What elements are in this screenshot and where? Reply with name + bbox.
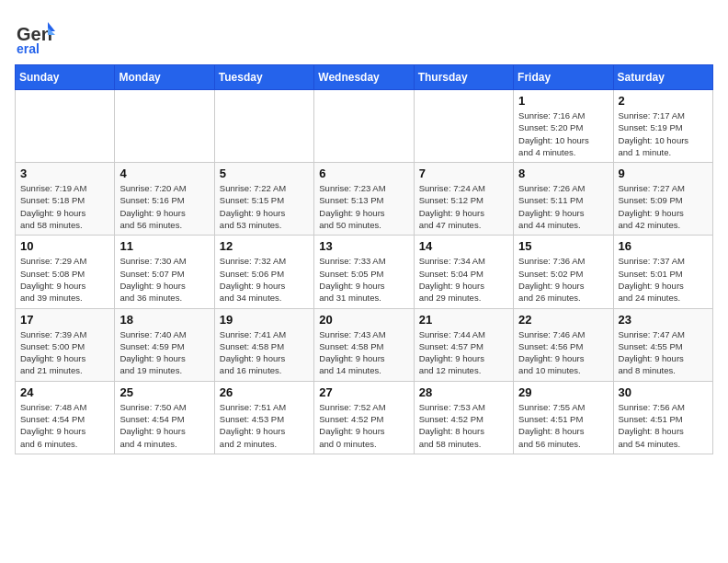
day-info: Sunrise: 7:32 AM Sunset: 5:06 PM Dayligh… bbox=[220, 255, 309, 304]
day-number: 2 bbox=[619, 94, 708, 108]
day-info: Sunrise: 7:26 AM Sunset: 5:11 PM Dayligh… bbox=[518, 182, 608, 231]
calendar-cell: 7Sunrise: 7:24 AM Sunset: 5:12 PM Daylig… bbox=[414, 163, 513, 236]
day-of-week-header: Wednesday bbox=[314, 65, 414, 90]
calendar-table: SundayMondayTuesdayWednesdayThursdayFrid… bbox=[15, 64, 713, 454]
day-info: Sunrise: 7:53 AM Sunset: 4:52 PM Dayligh… bbox=[419, 401, 508, 450]
calendar-cell: 2Sunrise: 7:17 AM Sunset: 5:19 PM Daylig… bbox=[613, 90, 712, 163]
day-number: 22 bbox=[518, 313, 608, 327]
day-number: 25 bbox=[119, 385, 209, 399]
day-number: 9 bbox=[619, 167, 708, 180]
calendar-cell: 19Sunrise: 7:41 AM Sunset: 4:58 PM Dayli… bbox=[214, 308, 313, 381]
calendar-cell: 16Sunrise: 7:37 AM Sunset: 5:01 PM Dayli… bbox=[613, 236, 712, 308]
calendar-cell bbox=[115, 90, 214, 163]
day-number: 24 bbox=[20, 385, 109, 399]
calendar-cell: 5Sunrise: 7:22 AM Sunset: 5:15 PM Daylig… bbox=[214, 163, 313, 236]
day-of-week-header: Monday bbox=[115, 65, 214, 90]
day-info: Sunrise: 7:37 AM Sunset: 5:01 PM Dayligh… bbox=[619, 255, 708, 304]
day-info: Sunrise: 7:44 AM Sunset: 4:57 PM Dayligh… bbox=[419, 328, 508, 377]
calendar-week-row: 17Sunrise: 7:39 AM Sunset: 5:00 PM Dayli… bbox=[16, 308, 713, 381]
day-number: 5 bbox=[220, 167, 309, 180]
day-number: 15 bbox=[518, 239, 608, 253]
day-of-week-header: Saturday bbox=[613, 65, 712, 90]
calendar-cell: 15Sunrise: 7:36 AM Sunset: 5:02 PM Dayli… bbox=[514, 236, 613, 308]
day-info: Sunrise: 7:50 AM Sunset: 4:54 PM Dayligh… bbox=[119, 401, 209, 450]
day-number: 29 bbox=[518, 385, 608, 399]
calendar-cell: 30Sunrise: 7:56 AM Sunset: 4:51 PM Dayli… bbox=[613, 381, 712, 454]
calendar-cell: 8Sunrise: 7:26 AM Sunset: 5:11 PM Daylig… bbox=[514, 163, 613, 236]
day-number: 23 bbox=[619, 313, 708, 327]
svg-text:eral: eral bbox=[17, 41, 40, 55]
day-info: Sunrise: 7:39 AM Sunset: 5:00 PM Dayligh… bbox=[20, 328, 109, 377]
day-info: Sunrise: 7:43 AM Sunset: 4:58 PM Dayligh… bbox=[319, 328, 408, 377]
calendar-cell: 27Sunrise: 7:52 AM Sunset: 4:52 PM Dayli… bbox=[314, 381, 414, 454]
day-number: 20 bbox=[319, 313, 408, 327]
day-info: Sunrise: 7:48 AM Sunset: 4:54 PM Dayligh… bbox=[20, 401, 109, 450]
day-info: Sunrise: 7:16 AM Sunset: 5:20 PM Dayligh… bbox=[518, 109, 608, 158]
day-info: Sunrise: 7:22 AM Sunset: 5:15 PM Dayligh… bbox=[220, 182, 309, 231]
calendar-cell: 9Sunrise: 7:27 AM Sunset: 5:09 PM Daylig… bbox=[613, 163, 712, 236]
day-info: Sunrise: 7:52 AM Sunset: 4:52 PM Dayligh… bbox=[319, 401, 408, 450]
day-of-week-header: Friday bbox=[514, 65, 613, 90]
day-number: 13 bbox=[319, 239, 408, 253]
day-info: Sunrise: 7:36 AM Sunset: 5:02 PM Dayligh… bbox=[518, 255, 608, 304]
calendar-cell: 28Sunrise: 7:53 AM Sunset: 4:52 PM Dayli… bbox=[414, 381, 513, 454]
day-info: Sunrise: 7:46 AM Sunset: 4:56 PM Dayligh… bbox=[518, 328, 608, 377]
day-info: Sunrise: 7:40 AM Sunset: 4:59 PM Dayligh… bbox=[119, 328, 209, 377]
day-info: Sunrise: 7:27 AM Sunset: 5:09 PM Dayligh… bbox=[619, 182, 708, 231]
day-number: 19 bbox=[220, 313, 309, 327]
calendar-week-row: 3Sunrise: 7:19 AM Sunset: 5:18 PM Daylig… bbox=[16, 163, 713, 236]
day-of-week-header: Thursday bbox=[414, 65, 513, 90]
calendar-cell: 13Sunrise: 7:33 AM Sunset: 5:05 PM Dayli… bbox=[314, 236, 414, 308]
day-number: 11 bbox=[119, 239, 209, 253]
day-of-week-header: Tuesday bbox=[214, 65, 313, 90]
day-info: Sunrise: 7:19 AM Sunset: 5:18 PM Dayligh… bbox=[20, 182, 109, 231]
calendar-cell: 4Sunrise: 7:20 AM Sunset: 5:16 PM Daylig… bbox=[115, 163, 214, 236]
calendar-cell: 10Sunrise: 7:29 AM Sunset: 5:08 PM Dayli… bbox=[16, 236, 115, 308]
day-number: 10 bbox=[20, 239, 109, 253]
day-info: Sunrise: 7:55 AM Sunset: 4:51 PM Dayligh… bbox=[518, 401, 608, 450]
day-number: 7 bbox=[419, 167, 508, 180]
day-number: 3 bbox=[20, 167, 109, 180]
day-number: 30 bbox=[619, 385, 708, 399]
day-info: Sunrise: 7:17 AM Sunset: 5:19 PM Dayligh… bbox=[619, 109, 708, 158]
calendar-cell: 22Sunrise: 7:46 AM Sunset: 4:56 PM Dayli… bbox=[514, 308, 613, 381]
day-info: Sunrise: 7:20 AM Sunset: 5:16 PM Dayligh… bbox=[119, 182, 209, 231]
calendar-cell: 14Sunrise: 7:34 AM Sunset: 5:04 PM Dayli… bbox=[414, 236, 513, 308]
calendar-week-row: 10Sunrise: 7:29 AM Sunset: 5:08 PM Dayli… bbox=[16, 236, 713, 308]
calendar-cell: 21Sunrise: 7:44 AM Sunset: 4:57 PM Dayli… bbox=[414, 308, 513, 381]
calendar-cell: 29Sunrise: 7:55 AM Sunset: 4:51 PM Dayli… bbox=[514, 381, 613, 454]
day-info: Sunrise: 7:24 AM Sunset: 5:12 PM Dayligh… bbox=[419, 182, 508, 231]
calendar-cell: 26Sunrise: 7:51 AM Sunset: 4:53 PM Dayli… bbox=[214, 381, 313, 454]
calendar-cell: 11Sunrise: 7:30 AM Sunset: 5:07 PM Dayli… bbox=[115, 236, 214, 308]
day-number: 21 bbox=[419, 313, 508, 327]
day-number: 14 bbox=[419, 239, 508, 253]
day-info: Sunrise: 7:33 AM Sunset: 5:05 PM Dayligh… bbox=[319, 255, 408, 304]
logo-icon: Gen eral bbox=[15, 15, 55, 55]
day-info: Sunrise: 7:23 AM Sunset: 5:13 PM Dayligh… bbox=[319, 182, 408, 231]
calendar-cell: 17Sunrise: 7:39 AM Sunset: 5:00 PM Dayli… bbox=[16, 308, 115, 381]
calendar-cell: 24Sunrise: 7:48 AM Sunset: 4:54 PM Dayli… bbox=[16, 381, 115, 454]
calendar-cell bbox=[16, 90, 115, 163]
calendar-cell: 12Sunrise: 7:32 AM Sunset: 5:06 PM Dayli… bbox=[214, 236, 313, 308]
day-number: 6 bbox=[319, 167, 408, 180]
day-number: 28 bbox=[419, 385, 508, 399]
day-number: 12 bbox=[220, 239, 309, 253]
calendar-cell: 25Sunrise: 7:50 AM Sunset: 4:54 PM Dayli… bbox=[115, 381, 214, 454]
day-number: 18 bbox=[119, 313, 209, 327]
day-number: 1 bbox=[518, 94, 608, 108]
calendar-cell: 20Sunrise: 7:43 AM Sunset: 4:58 PM Dayli… bbox=[314, 308, 414, 381]
day-number: 26 bbox=[220, 385, 309, 399]
day-info: Sunrise: 7:29 AM Sunset: 5:08 PM Dayligh… bbox=[20, 255, 109, 304]
day-info: Sunrise: 7:34 AM Sunset: 5:04 PM Dayligh… bbox=[419, 255, 508, 304]
day-info: Sunrise: 7:30 AM Sunset: 5:07 PM Dayligh… bbox=[119, 255, 209, 304]
calendar-cell bbox=[214, 90, 313, 163]
day-info: Sunrise: 7:56 AM Sunset: 4:51 PM Dayligh… bbox=[619, 401, 708, 450]
calendar-week-row: 24Sunrise: 7:48 AM Sunset: 4:54 PM Dayli… bbox=[16, 381, 713, 454]
calendar-cell bbox=[414, 90, 513, 163]
day-number: 17 bbox=[20, 313, 109, 327]
calendar-cell: 1Sunrise: 7:16 AM Sunset: 5:20 PM Daylig… bbox=[514, 90, 613, 163]
logo: Gen eral bbox=[15, 15, 59, 55]
day-number: 8 bbox=[518, 167, 608, 180]
calendar-header-row: SundayMondayTuesdayWednesdayThursdayFrid… bbox=[16, 65, 713, 90]
day-number: 4 bbox=[119, 167, 209, 180]
